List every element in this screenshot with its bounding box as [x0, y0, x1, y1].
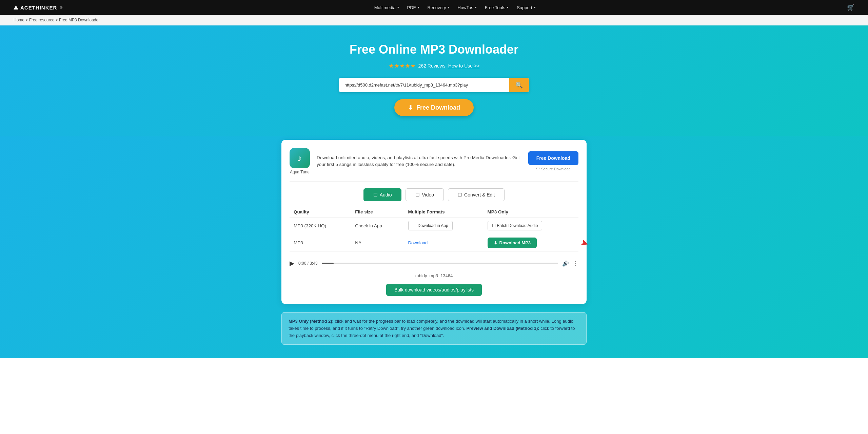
time-total: 3:43	[310, 261, 317, 266]
download-link[interactable]: Download	[408, 240, 428, 245]
play-button[interactable]: ▶	[290, 260, 294, 267]
batch-download-audio-button[interactable]: ☐ Batch Download Audio	[488, 221, 542, 230]
tab-video-icon: ☐	[415, 192, 420, 197]
nav-item-support[interactable]: Support ▾	[513, 3, 539, 12]
nav-link-howtos[interactable]: HowTos ▾	[454, 3, 480, 12]
download-mp3-icon: ⬇	[494, 240, 497, 245]
table-header-row: Quality File size Multiple Formats MP3 O…	[290, 207, 578, 218]
app-free-download-button[interactable]: Free Download	[528, 151, 578, 165]
how-to-link[interactable]: How to Use >>	[448, 63, 480, 69]
shield-icon: 🛡	[536, 167, 540, 171]
app-icon-symbol: ♪	[298, 153, 302, 164]
mp3-only-cell-2: ⬇ Download MP3 ➤	[484, 234, 578, 252]
download-mp3-label: Download MP3	[499, 240, 531, 245]
nav-item-howtos[interactable]: HowTos ▾	[454, 3, 480, 12]
hero-section: Free Online MP3 Downloader ★★★★★ 262 Rev…	[0, 25, 868, 136]
app-promo-row: ♪ Aqua Tune Download unlimited audio, vi…	[290, 148, 578, 182]
nav-item-pdf[interactable]: PDF ▾	[404, 3, 423, 12]
page-title: Free Online MP3 Downloader	[7, 42, 861, 57]
volume-icon[interactable]: 🔊	[562, 260, 569, 267]
download-table: Quality File size Multiple Formats MP3 O…	[290, 207, 578, 252]
tab-convert-icon: ☐	[458, 192, 462, 197]
search-wrapper: 🔍	[7, 78, 861, 92]
tabs-row: ☐ Audio ☐ Video ☐ Convert & Edit	[290, 188, 578, 201]
nav-label-freetools: Free Tools	[485, 5, 505, 10]
main-card: ♪ Aqua Tune Download unlimited audio, vi…	[281, 140, 587, 304]
audio-player: ▶ 0:00 / 3:43 🔊 ⋮	[290, 256, 578, 270]
cart-icon[interactable]: 🛒	[847, 4, 854, 11]
search-input[interactable]	[339, 78, 509, 92]
hero-free-download-label: Free Download	[416, 104, 460, 111]
secure-download-label: 🛡 Secure Download	[528, 167, 578, 171]
app-promo-cta: Free Download 🛡 Secure Download	[528, 151, 578, 171]
bulk-download-button[interactable]: Bulk download videos/audios/playlists	[386, 284, 482, 296]
search-button[interactable]: 🔍	[509, 78, 529, 92]
track-name: tubidy_mp3_13464	[290, 273, 578, 278]
navbar: ACETHINKER ® Multimedia ▾ PDF ▾ Recovery…	[0, 0, 868, 15]
nav-link-freetools[interactable]: Free Tools ▾	[481, 3, 512, 12]
nav-item-freetools[interactable]: Free Tools ▾	[481, 3, 512, 12]
nav-link-support[interactable]: Support ▾	[513, 3, 539, 12]
more-options-icon[interactable]: ⋮	[573, 260, 578, 267]
tab-audio-label: Audio	[380, 192, 392, 197]
app-promo-description: Download unlimited audio, videos, and pl…	[317, 154, 521, 168]
batch-download-label: Batch Download Audio	[497, 223, 538, 228]
red-arrow-indicator: ➤	[579, 236, 590, 249]
nav-link-pdf[interactable]: PDF ▾	[404, 3, 423, 12]
quality-cell-1: MP3 (320K HQ)	[290, 218, 351, 234]
nav-label-pdf: PDF	[407, 5, 416, 10]
review-count: 262 Reviews	[418, 63, 446, 69]
nav-link-recovery[interactable]: Recovery ▾	[424, 3, 453, 12]
col-header-quality: Quality	[290, 207, 351, 218]
filesize-cell-2: NA	[351, 234, 404, 252]
breadcrumb-sep2: >	[56, 18, 59, 22]
download-mp3-button[interactable]: ⬇ Download MP3	[488, 238, 537, 248]
nav-label-support: Support	[517, 5, 532, 10]
nav-label-recovery: Recovery	[428, 5, 446, 10]
brand-logo[interactable]: ACETHINKER ®	[14, 5, 63, 11]
breadcrumb: Home > Free resource > Free MP3 Download…	[0, 15, 868, 25]
tab-video[interactable]: ☐ Video	[406, 188, 444, 201]
logo-triangle-icon	[14, 5, 18, 10]
chevron-down-icon: ▾	[418, 6, 419, 9]
rating-row: ★★★★★ 262 Reviews How to Use >>	[7, 62, 861, 70]
multiple-formats-cell-1: ☐ Download in App	[404, 218, 484, 234]
search-bar: 🔍	[339, 78, 529, 92]
nav-link-multimedia[interactable]: Multimedia ▾	[371, 3, 402, 12]
nav-item-multimedia[interactable]: Multimedia ▾	[371, 3, 402, 12]
checkbox-icon: ☐	[413, 223, 416, 228]
download-in-app-button[interactable]: ☐ Download in App	[408, 221, 453, 230]
method2-label: MP3 Only (Method 2):	[289, 319, 334, 324]
breadcrumb-sep1: >	[25, 18, 29, 22]
multiple-formats-cell-2: Download	[404, 234, 484, 252]
app-icon-wrapper: ♪ Aqua Tune	[290, 148, 310, 174]
method1-label: Preview and Download (Method 1):	[466, 326, 539, 331]
table-row: MP3 (320K HQ) Check in App ☐ Download in…	[290, 218, 578, 234]
time-display: 0:00 / 3:43	[298, 261, 318, 266]
main-content: ♪ Aqua Tune Download unlimited audio, vi…	[0, 136, 868, 358]
chevron-down-icon: ▾	[534, 6, 536, 9]
tab-audio-icon: ☐	[373, 192, 378, 197]
brand-trademark: ®	[60, 5, 63, 10]
download-table-area: Quality File size Multiple Formats MP3 O…	[290, 207, 578, 252]
breadcrumb-home[interactable]: Home	[14, 18, 24, 22]
chevron-down-icon: ▾	[448, 6, 449, 9]
chevron-down-icon: ▾	[507, 6, 509, 9]
chevron-down-icon: ▾	[397, 6, 399, 9]
breadcrumb-resource[interactable]: Free resource	[29, 18, 55, 22]
chevron-down-icon: ▾	[475, 6, 477, 9]
checkbox-icon: ☐	[492, 223, 496, 228]
nav-label-howtos: HowTos	[457, 5, 473, 10]
table-row: MP3 NA Download ⬇ Download MP3 ➤	[290, 234, 578, 252]
col-header-multiple-formats: Multiple Formats	[404, 207, 484, 218]
tab-video-label: Video	[422, 192, 434, 197]
tab-audio[interactable]: ☐ Audio	[363, 188, 402, 201]
audio-progress-fill	[322, 263, 334, 264]
audio-progress-bar[interactable]	[322, 263, 558, 264]
tab-convert-edit[interactable]: ☐ Convert & Edit	[448, 188, 505, 201]
hero-free-download-button[interactable]: ⬇ Free Download	[394, 99, 474, 116]
app-icon: ♪	[290, 148, 310, 168]
mp3-only-cell-1: ☐ Batch Download Audio	[484, 218, 578, 234]
tab-convert-label: Convert & Edit	[464, 192, 495, 197]
nav-item-recovery[interactable]: Recovery ▾	[424, 3, 453, 12]
